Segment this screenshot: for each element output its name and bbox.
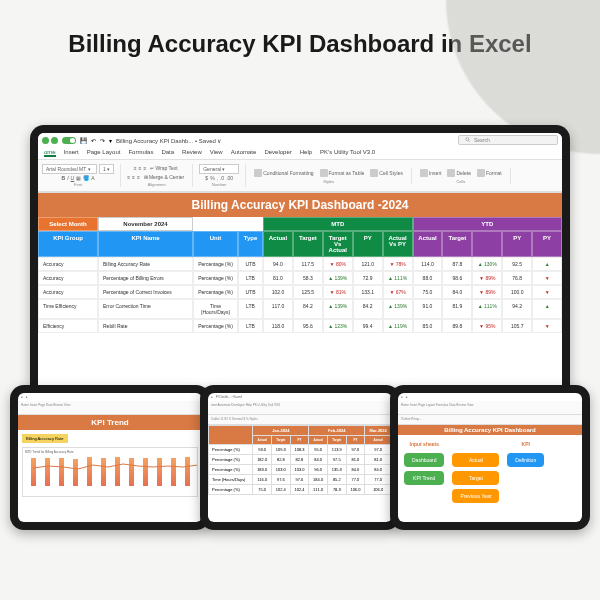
data-cell[interactable]: 99.4 bbox=[353, 319, 383, 333]
save-icon[interactable]: 💾 bbox=[80, 137, 87, 144]
data-cell[interactable]: 103.0 bbox=[290, 465, 309, 475]
data-cell[interactable]: Percentage (%) bbox=[193, 319, 238, 333]
decimal-inc-icon[interactable]: .0 bbox=[220, 175, 224, 181]
data-cell[interactable]: ▼ bbox=[532, 319, 562, 333]
data-cell[interactable]: 81.0 bbox=[346, 455, 365, 465]
data-cell[interactable]: ▲ 139% bbox=[383, 299, 413, 319]
data-cell[interactable]: 183.0 bbox=[253, 465, 272, 475]
data-cell[interactable]: 97.5 bbox=[327, 455, 346, 465]
data-cell[interactable]: ▲ 119% bbox=[383, 319, 413, 333]
tab-page-layout[interactable]: Page Layout bbox=[87, 149, 121, 157]
tab-insert[interactable]: Insert bbox=[64, 149, 79, 157]
data-cell[interactable]: Percentage (%) bbox=[209, 485, 253, 495]
data-cell[interactable]: 113.9 bbox=[327, 445, 346, 455]
data-cell[interactable]: 85.2 bbox=[327, 475, 346, 485]
data-cell[interactable]: 82.8 bbox=[290, 455, 309, 465]
data-cell[interactable]: ▲ 111% bbox=[472, 299, 502, 319]
data-cell[interactable]: Error Correction Time bbox=[98, 299, 193, 319]
tab-help[interactable]: Help bbox=[300, 149, 312, 157]
data-cell[interactable]: Percentage (%) bbox=[193, 257, 238, 271]
data-cell[interactable]: Time (Hours/Days) bbox=[193, 299, 238, 319]
data-cell[interactable]: LTB bbox=[238, 271, 263, 285]
data-cell[interactable]: 116.0 bbox=[253, 475, 272, 485]
data-cell[interactable]: 58.3 bbox=[293, 271, 323, 285]
data-cell[interactable]: 117.0 bbox=[263, 299, 293, 319]
autosave-toggle[interactable] bbox=[62, 137, 76, 144]
data-cell[interactable]: 75.0 bbox=[253, 485, 272, 495]
data-cell[interactable]: ▼ 81% bbox=[323, 285, 353, 299]
data-cell[interactable]: 95.6 bbox=[293, 319, 323, 333]
search-input[interactable]: Search bbox=[458, 135, 558, 145]
data-cell[interactable]: 111.0 bbox=[309, 485, 328, 495]
data-cell[interactable]: UTB bbox=[238, 257, 263, 271]
data-cell[interactable]: Billing Accuracy Rate bbox=[98, 257, 193, 271]
data-cell[interactable]: 133.1 bbox=[353, 285, 383, 299]
redo-icon[interactable]: ↷ bbox=[100, 137, 105, 144]
data-cell[interactable]: ▼ 78% bbox=[383, 257, 413, 271]
data-cell[interactable]: 88.0 bbox=[413, 271, 443, 285]
data-cell[interactable]: 97.6 bbox=[290, 475, 309, 485]
data-cell[interactable]: 93.0 bbox=[253, 445, 272, 455]
font-size-select[interactable]: 1 ▾ bbox=[99, 164, 114, 174]
data-cell[interactable]: ▼ 80% bbox=[323, 257, 353, 271]
data-cell[interactable]: 84.0 bbox=[442, 285, 472, 299]
data-cell[interactable]: LTB bbox=[238, 299, 263, 319]
tab-automate[interactable]: Automate bbox=[231, 149, 257, 157]
month-dropdown[interactable]: November 2024 bbox=[98, 217, 193, 231]
align-right-icon[interactable]: ≡ bbox=[137, 174, 140, 180]
comma-icon[interactable]: , bbox=[217, 175, 218, 181]
tab-review[interactable]: Review bbox=[182, 149, 202, 157]
tab-utility[interactable]: PK's Utility Tool V3.0 bbox=[320, 149, 375, 157]
align-bot-icon[interactable]: ≡ bbox=[144, 165, 147, 171]
data-cell[interactable]: Percentage of Billing Errors bbox=[98, 271, 193, 285]
nav-actual-button[interactable]: Actual bbox=[452, 453, 499, 467]
data-cell[interactable]: 106.0 bbox=[346, 485, 365, 495]
data-cell[interactable]: 118.0 bbox=[263, 319, 293, 333]
data-cell[interactable]: 100.0 bbox=[502, 285, 532, 299]
font-name-select[interactable]: Arial Rounded MT ▾ bbox=[42, 164, 97, 174]
data-cell[interactable]: 125.5 bbox=[293, 285, 323, 299]
data-cell[interactable]: 81.9 bbox=[442, 299, 472, 319]
data-cell[interactable]: 77.0 bbox=[346, 475, 365, 485]
data-cell[interactable]: 91.0 bbox=[413, 299, 443, 319]
data-cell[interactable]: 92.5 bbox=[502, 257, 532, 271]
data-cell[interactable]: 87.8 bbox=[442, 257, 472, 271]
data-cell[interactable]: 84.0 bbox=[346, 465, 365, 475]
data-cell[interactable]: ▼ 89% bbox=[472, 285, 502, 299]
data-cell[interactable]: 76.8 bbox=[502, 271, 532, 285]
data-cell[interactable]: ▲ 130% bbox=[472, 257, 502, 271]
data-cell[interactable]: 89.8 bbox=[442, 319, 472, 333]
data-cell[interactable]: LTB bbox=[238, 319, 263, 333]
more-icon[interactable]: ▾ bbox=[109, 137, 112, 144]
data-cell[interactable]: ▼ 89% bbox=[472, 271, 502, 285]
underline-icon[interactable]: U bbox=[71, 175, 75, 181]
insert-button[interactable]: Insert bbox=[418, 168, 444, 178]
data-cell[interactable]: 82.8 bbox=[271, 455, 290, 465]
merge-button[interactable]: ⊞ Merge & Center bbox=[142, 173, 186, 181]
currency-icon[interactable]: $ bbox=[205, 175, 208, 181]
data-cell[interactable]: 102.4 bbox=[271, 485, 290, 495]
data-cell[interactable]: UTB bbox=[238, 285, 263, 299]
data-cell[interactable]: Accuracy bbox=[38, 285, 98, 299]
data-cell[interactable]: 105.7 bbox=[502, 319, 532, 333]
undo-icon[interactable]: ↶ bbox=[91, 137, 96, 144]
nav-definition-button[interactable]: Definition bbox=[507, 453, 544, 467]
data-cell[interactable]: 85.0 bbox=[413, 319, 443, 333]
align-center-icon[interactable]: ≡ bbox=[132, 174, 135, 180]
data-cell[interactable]: 97.6 bbox=[271, 475, 290, 485]
decimal-dec-icon[interactable]: .00 bbox=[226, 175, 233, 181]
data-cell[interactable]: 103.0 bbox=[271, 465, 290, 475]
data-cell[interactable]: Accuracy bbox=[38, 257, 98, 271]
format-table-button[interactable]: Format as Table bbox=[318, 168, 367, 178]
tab-home[interactable]: ome bbox=[44, 149, 56, 157]
window-btn[interactable] bbox=[51, 137, 58, 144]
data-cell[interactable]: 117.5 bbox=[293, 257, 323, 271]
align-top-icon[interactable]: ≡ bbox=[134, 165, 137, 171]
wrap-text-button[interactable]: ↵ Wrap Text bbox=[148, 164, 179, 172]
cell-styles-button[interactable]: Cell Styles bbox=[368, 168, 405, 178]
data-cell[interactable]: ▼ 95% bbox=[472, 319, 502, 333]
italic-icon[interactable]: I bbox=[67, 175, 68, 181]
data-cell[interactable]: 84.0 bbox=[309, 455, 328, 465]
tab-view[interactable]: View bbox=[210, 149, 223, 157]
data-cell[interactable]: Percentage (%) bbox=[209, 455, 253, 465]
